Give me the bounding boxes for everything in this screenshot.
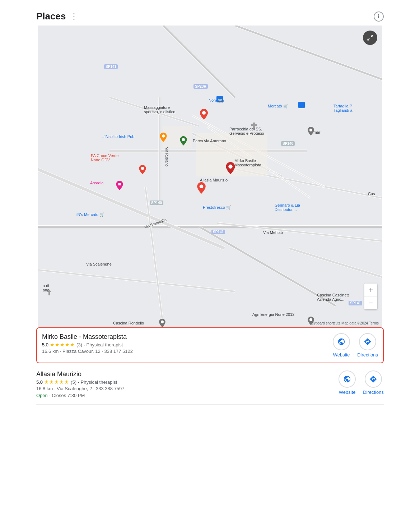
header: Places ⋮ i bbox=[31, 7, 389, 26]
place-type-mirko: Physical therapist bbox=[87, 342, 123, 347]
stars-mirko: ★★★★★ bbox=[50, 342, 75, 347]
svg-rect-36 bbox=[251, 124, 257, 126]
place-cards: Mirko Basile - Massoterapista 5.0 ★★★★★ … bbox=[31, 327, 389, 405]
address-mirko: Piazza Cavour, 12 bbox=[62, 349, 101, 354]
distance-mirko: 16.6 km bbox=[42, 349, 59, 354]
zoom-controls: + − bbox=[364, 284, 377, 309]
map[interactable]: SP141 SP23R SP140 SP140 SP141 SP141 None… bbox=[38, 26, 382, 327]
place-name-allasia: Allasia Maurizio bbox=[36, 370, 339, 378]
website-label-allasia: Website bbox=[339, 390, 356, 395]
rating-row-allasia: 5.0 ★★★★★ (5) · Physical therapist bbox=[36, 379, 339, 385]
sep2-allasia: · bbox=[93, 386, 96, 391]
svg-rect-33 bbox=[196, 133, 267, 176]
place-info-mirko: Mirko Basile - Massoterapista 5.0 ★★★★★ … bbox=[42, 333, 333, 355]
rating-row-mirko: 5.0 ★★★★★ (3) · Physical therapist bbox=[42, 342, 333, 347]
header-left: Places ⋮ bbox=[36, 11, 78, 22]
separator-allasia: · bbox=[78, 379, 79, 385]
directions-label-allasia: Directions bbox=[363, 390, 384, 395]
place-actions-mirko: Website Directions bbox=[333, 333, 378, 358]
website-label-mirko: Website bbox=[333, 352, 350, 358]
page-container: Places ⋮ i bbox=[31, 0, 389, 412]
directions-icon-mirko bbox=[359, 333, 376, 350]
rating-value-allasia: 5.0 bbox=[36, 379, 43, 385]
directions-button-allasia[interactable]: Directions bbox=[363, 370, 384, 395]
svg-rect-37 bbox=[48, 290, 50, 295]
directions-label-mirko: Directions bbox=[357, 352, 378, 358]
svg-rect-34 bbox=[163, 126, 192, 148]
directions-button-mirko[interactable]: Directions bbox=[357, 333, 378, 358]
website-icon-mirko bbox=[333, 333, 350, 350]
phone-mirko: 338 177 5122 bbox=[104, 349, 133, 354]
svg-rect-38 bbox=[47, 291, 51, 292]
open-status-allasia: Open bbox=[36, 393, 48, 398]
place-actions-allasia: Website Directions bbox=[339, 370, 384, 395]
stars-allasia: ★★★★★ bbox=[44, 379, 69, 385]
info-icon[interactable]: i bbox=[374, 11, 384, 22]
distance-allasia: 16.8 km bbox=[36, 386, 53, 391]
close-time-label-allasia: Closes 7:30 PM bbox=[52, 393, 85, 398]
place-card-allasia[interactable]: Allasia Maurizio 5.0 ★★★★★ (5) · Physica… bbox=[36, 365, 384, 405]
website-icon-allasia bbox=[339, 370, 356, 388]
zoom-in-button[interactable]: + bbox=[364, 284, 377, 296]
page-title: Places bbox=[36, 11, 66, 22]
website-button-mirko[interactable]: Website bbox=[333, 333, 350, 358]
website-button-allasia[interactable]: Website bbox=[339, 370, 356, 395]
map-attribution: Keyboard shortcuts Map data ©2024 Terms bbox=[309, 321, 379, 325]
map-svg bbox=[38, 26, 382, 327]
svg-rect-35 bbox=[253, 123, 255, 130]
separator-mirko: · bbox=[84, 342, 85, 347]
address-allasia: Via Scalenghe, 2 bbox=[57, 386, 92, 391]
rating-value-mirko: 5.0 bbox=[42, 342, 48, 347]
close-time-allasia: · bbox=[49, 393, 52, 398]
zoom-out-button[interactable]: − bbox=[364, 296, 377, 309]
place-type-allasia: Physical therapist bbox=[81, 379, 117, 385]
place-name-mirko: Mirko Basile - Massoterapista bbox=[42, 333, 333, 341]
phone-allasia: 333 388 7597 bbox=[96, 386, 125, 391]
review-count-mirko: (3) bbox=[76, 342, 82, 347]
place-details-mirko: 16.6 km · Piazza Cavour, 12 · 338 177 51… bbox=[42, 349, 333, 354]
more-options-icon[interactable]: ⋮ bbox=[70, 12, 78, 21]
place-info-allasia: Allasia Maurizio 5.0 ★★★★★ (5) · Physica… bbox=[36, 370, 339, 398]
place-card-mirko[interactable]: Mirko Basile - Massoterapista 5.0 ★★★★★ … bbox=[36, 327, 384, 363]
place-details-allasia: 16.8 km · Via Scalenghe, 2 · 333 388 759… bbox=[36, 386, 339, 391]
expand-map-button[interactable] bbox=[363, 31, 377, 45]
review-count-allasia: (5) bbox=[71, 379, 76, 385]
open-status-row-allasia: Open · Closes 7:30 PM bbox=[36, 392, 339, 398]
directions-icon-allasia bbox=[365, 370, 382, 388]
